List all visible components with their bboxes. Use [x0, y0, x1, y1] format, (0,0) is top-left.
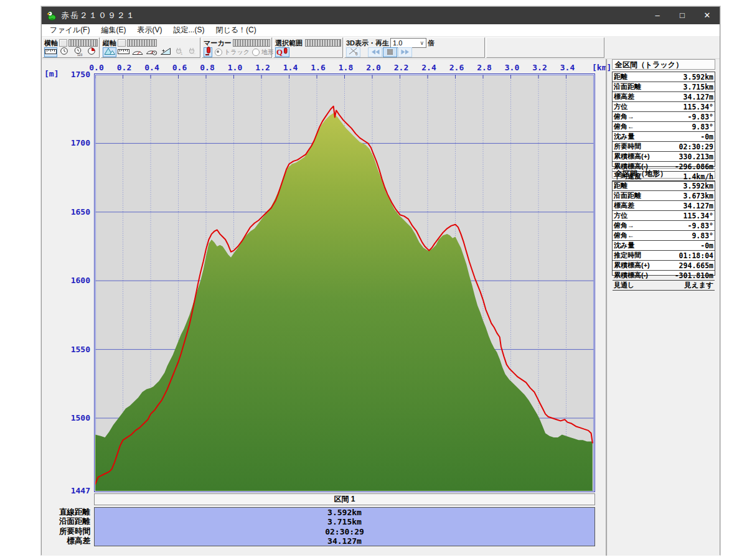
marker-toggle-button[interactable] [204, 47, 212, 57]
stop-icon [387, 47, 393, 58]
vaxis-speed-button[interactable] [131, 47, 144, 57]
y-axis-tick-label: 1447 [42, 486, 90, 495]
stat-row: 累積標高(-) -301.810m [613, 271, 715, 281]
select-range-icon: Q [276, 47, 289, 58]
vaxis-pace-button[interactable] [145, 47, 159, 57]
stat-value: 294.665m [679, 261, 713, 270]
stat-label: 累積標高(-) [614, 271, 648, 280]
slope-icon [160, 47, 171, 58]
svg-text:0: 0 [355, 52, 358, 56]
track-stats-table: 距離 3.592km 沿面距離 3.715km 標高差 34.127m 方位 1… [612, 72, 715, 167]
vaxis-sensor1-button[interactable]: 1 [172, 47, 185, 57]
forward-button[interactable] [398, 47, 412, 57]
stat-row: 沿面距離 3.673km [613, 191, 715, 201]
main-content: [m] [km] 0.00.20.40.60.81.01.21.41.61.82… [42, 58, 720, 556]
track-stats-title: 全区間（トラック） [612, 59, 715, 70]
haxis-scale-slider[interactable] [68, 39, 98, 47]
section-row-value: 3.715km [95, 517, 594, 526]
stat-label: 沈み量 [614, 132, 634, 141]
3d-view-button[interactable]: 0 [346, 47, 360, 57]
stat-value: 3.715km [684, 83, 713, 91]
stat-value: 3.673km [684, 192, 713, 200]
close-button[interactable]: ✕ [695, 7, 720, 24]
stat-row: 所要時間 02:30:29 [613, 142, 715, 152]
marker-target-track-radio[interactable]: トラック [215, 48, 250, 57]
stat-row: 俯角→ -9.83° [613, 221, 715, 231]
ruler-icon [45, 47, 57, 58]
elevation-plot[interactable] [94, 73, 595, 492]
marker-position-slider[interactable] [233, 39, 270, 47]
selection-mode-button[interactable]: Q [275, 47, 289, 57]
svg-text:123: 123 [77, 52, 83, 56]
x-axis-tick-label: 1.6 [309, 63, 327, 72]
haxis-time-button[interactable] [58, 47, 71, 57]
panel-divider [606, 59, 608, 556]
stat-row: 方位 115.34° [613, 102, 715, 112]
haxis-time-numbered-button[interactable]: 123 [72, 47, 85, 57]
stat-row: 沈み量 -0m [613, 132, 715, 142]
vaxis-gradient-button[interactable] [159, 47, 172, 57]
stat-label: 標高差 [614, 201, 634, 210]
menu-item[interactable]: 閉じる！(C) [210, 24, 261, 36]
terrain-stats-table: 距離 3.592km 沿面距離 3.673km 標高差 34.127m 方位 1… [612, 180, 715, 276]
mountain-icon [103, 47, 116, 58]
vaxis-scale-reset-button[interactable] [118, 39, 126, 47]
elevation-profile-svg [95, 75, 594, 491]
vaxis-elevation-button[interactable] [103, 47, 116, 57]
vaxis-distance-button[interactable] [117, 47, 130, 57]
radio-icon [215, 49, 222, 56]
x-axis-tick-label: 2.8 [475, 63, 494, 72]
vaxis-scale-slider[interactable] [127, 39, 157, 47]
y-axis-tick-label: 1500 [42, 413, 90, 422]
stat-row: 沈み量 -0m [613, 241, 715, 251]
window-controls: – □ ✕ [645, 7, 720, 24]
stat-value: 9.83° [692, 231, 713, 240]
x-axis-tick-label: 1.0 [226, 63, 245, 72]
rewind-button[interactable] [368, 47, 382, 57]
stat-row: 方位 115.34° [613, 211, 715, 221]
haxis-elapsed-button[interactable] [85, 47, 98, 57]
x-axis-tick-label: 3.2 [530, 63, 549, 72]
x-axis-tick-label: 1.8 [337, 63, 355, 72]
stat-label: 俯角← [614, 122, 634, 131]
forward-icon [400, 47, 410, 58]
menu-item[interactable]: 編集(E) [95, 24, 131, 36]
toolbar: 横軸 123 縦軸 [42, 37, 720, 58]
stat-value: 3.592km [684, 73, 713, 82]
toolbar-group-vertical-axis: 縦軸 1 .. [101, 37, 200, 58]
stat-row: 距離 3.592km [613, 181, 715, 191]
menu-item[interactable]: 表示(V) [131, 24, 167, 36]
y-axis-tick-label: 1700 [42, 138, 90, 147]
clock-icon [60, 47, 68, 58]
stat-row: 累積標高(+) 330.213m [613, 152, 715, 162]
haxis-scale-reset-button[interactable] [59, 39, 67, 47]
menu-item[interactable]: 設定...(S) [167, 24, 210, 36]
stat-value: 9.83° [692, 123, 713, 131]
stat-label: 俯角→ [614, 221, 634, 230]
info-panel: 全区間（トラック） 距離 3.592km 沿面距離 3.715km 標高差 34… [612, 59, 715, 277]
stat-value: 1.4km/h [684, 172, 713, 181]
radio-label: トラック [224, 48, 250, 57]
maximize-button[interactable]: □ [670, 7, 695, 24]
section-row-value: 34.127m [95, 536, 594, 546]
minimize-button[interactable]: – [645, 7, 670, 24]
x-axis-tick-label: 2.2 [392, 63, 411, 72]
stat-label: 見通し [614, 281, 634, 290]
stat-value: 01:18:04 [679, 251, 713, 260]
stat-label: 距離 [614, 181, 627, 190]
section-row-label: 沿面距離 [42, 516, 90, 526]
stat-value: -296.086m [675, 162, 713, 171]
section-row-labels: 直線距離沿面距離所要時間標高差 [42, 507, 90, 546]
haxis-distance-button[interactable] [44, 47, 57, 57]
marker-target-terrain-radio[interactable]: 地形 [252, 48, 274, 57]
track-stats-section: 全区間（トラック） 距離 3.592km 沿面距離 3.715km 標高差 34… [612, 59, 715, 167]
selection-range-slider[interactable] [305, 39, 341, 47]
stat-label: 沿面距離 [614, 191, 641, 200]
x-axis-tick-label: 2.4 [420, 63, 438, 72]
stat-value: 34.127m [684, 93, 713, 101]
vaxis-sensor2-button[interactable]: .. [186, 47, 199, 57]
stop-button[interactable] [383, 47, 397, 57]
menu-item[interactable]: ファイル(F) [44, 24, 95, 36]
playback-rate-value: 1.0 [393, 39, 402, 47]
plug-single-icon: 1 [174, 47, 184, 58]
